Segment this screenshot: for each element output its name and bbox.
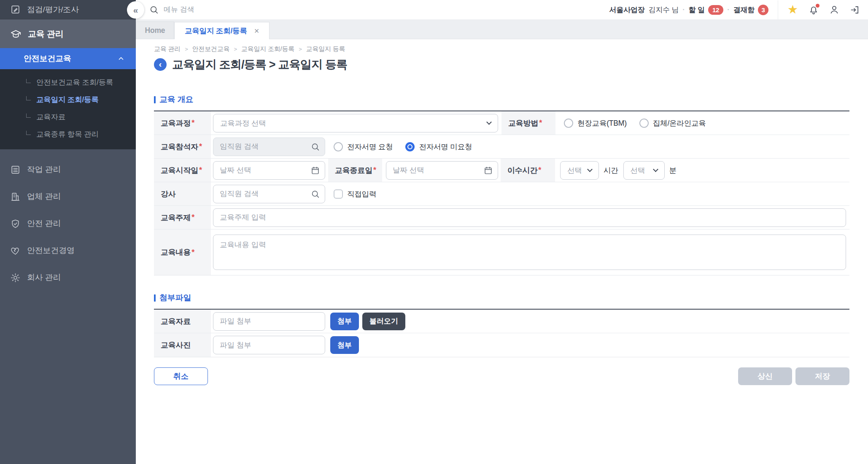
content-textarea[interactable]	[213, 235, 846, 270]
tree-corner-icon	[26, 79, 31, 83]
heart-handshake-icon	[10, 245, 21, 256]
back-button[interactable]: ‹	[154, 58, 167, 71]
sidebar: 점검/평가/조사 교육 관리 안전보건교육 안전보건교육 조회/등록 교육일지 …	[0, 0, 136, 464]
logout-icon[interactable]	[850, 5, 860, 15]
section-header-attachments: 첨부파일	[154, 292, 849, 303]
select-placeholder: 선택	[567, 165, 582, 175]
overview-form: 교육과정* 교육과정 선택 교육방법* 현장교육(TBM)	[154, 111, 849, 275]
sidebar-subitem-label: 교육자료	[36, 112, 65, 122]
required-mark: *	[539, 119, 542, 127]
save-button[interactable]: 저장	[795, 367, 849, 385]
tab-edu-journal[interactable]: 교육일지 조회/등록 ×	[174, 22, 270, 39]
radio-group-online-training[interactable]: 집체/온라인교육	[639, 118, 706, 128]
tab-bar: Home 교육일지 조회/등록 ×	[136, 19, 868, 39]
radio-field-training-tbm[interactable]: 현장교육(TBM)	[564, 118, 627, 128]
attendee-search-input[interactable]	[213, 138, 325, 156]
radio-esign-request[interactable]: 전자서명 요청	[334, 142, 393, 152]
sidebar-item-label: 교육 관리	[28, 28, 64, 40]
chevron-up-icon	[117, 55, 125, 62]
sidebar-subitem-label: 교육일지 조회/등록	[36, 94, 99, 105]
sidebar-item-vendor[interactable]: 업체 관리	[0, 183, 136, 210]
back-icon: ‹	[159, 59, 162, 69]
notification-bell-icon[interactable]	[809, 5, 819, 15]
breadcrumb-item[interactable]: 안전보건교육	[192, 45, 230, 53]
cancel-button[interactable]: 취소	[154, 367, 208, 385]
calendar-icon[interactable]	[311, 166, 320, 175]
sidebar-item-label: 회사 관리	[27, 272, 61, 283]
attendee-search	[213, 138, 325, 156]
menu-search-input[interactable]	[164, 5, 341, 14]
approval-count-badge[interactable]: 3	[758, 5, 768, 15]
page-title: 교육일지 조회/등록 > 교육일지 등록	[172, 57, 347, 72]
form-row-material: 교육자료 첨부 불러오기	[154, 310, 849, 333]
end-date-field	[386, 161, 498, 180]
photo-attach-button[interactable]: 첨부	[330, 336, 359, 354]
tab-home[interactable]: Home	[136, 22, 174, 39]
sidebar-item-inspection[interactable]: 점검/평가/조사	[0, 0, 136, 19]
select-placeholder: 선택	[631, 165, 645, 175]
hour-unit-label: 시간	[604, 165, 618, 175]
section-header-overview: 교육 개요	[154, 94, 849, 105]
tab-label: 교육일지 조회/등록	[185, 26, 247, 36]
required-mark: *	[199, 142, 202, 151]
sidebar-group-label: 안전보건교육	[24, 53, 71, 64]
tree-corner-icon	[26, 131, 31, 135]
minute-unit-label: 분	[669, 165, 677, 175]
search-icon[interactable]	[311, 189, 320, 198]
breadcrumb-item[interactable]: 교육 관리	[154, 45, 181, 53]
duration-hour-select[interactable]: 선택	[560, 161, 599, 180]
photo-file-field	[213, 336, 325, 354]
course-select[interactable]: 교육과정 선택	[213, 114, 498, 132]
sidebar-item-safety-management[interactable]: 안전보건경영	[0, 237, 136, 264]
direct-input-checkbox[interactable]: 직접입력	[334, 189, 376, 199]
topic-input[interactable]	[213, 208, 846, 227]
attendee-label: 교육참석자*	[154, 135, 211, 158]
sidebar-subitem-label: 안전보건교육 조회/등록	[36, 77, 113, 87]
notification-dot	[816, 4, 819, 8]
sidebar-item-safety[interactable]: 안전 관리	[0, 210, 136, 237]
approval-label[interactable]: 결재함	[733, 5, 755, 15]
checkbox-icon	[334, 189, 343, 199]
breadcrumb-item[interactable]: 교육일지 등록	[306, 45, 345, 53]
profile-icon[interactable]	[829, 5, 839, 15]
breadcrumb-separator: >	[185, 46, 188, 52]
start-date-input[interactable]	[213, 161, 325, 180]
search-icon[interactable]	[311, 142, 320, 151]
required-mark: *	[373, 166, 376, 175]
sidebar-item-education[interactable]: 교육 관리	[0, 19, 136, 48]
main-area: « 서울사업장 김지수 님 · 할 일 12 · 결재함 3 ★	[136, 0, 868, 385]
chevron-down-icon	[587, 167, 593, 172]
calendar-icon[interactable]	[484, 166, 493, 175]
favorites-star-icon[interactable]: ★	[787, 4, 798, 16]
end-date-input[interactable]	[386, 161, 498, 180]
menu-search	[149, 5, 609, 14]
topbar: « 서울사업장 김지수 님 · 할 일 12 · 결재함 3 ★	[136, 0, 868, 19]
duration-minute-select[interactable]: 선택	[623, 161, 665, 180]
sidebar-item-safety-edu-list[interactable]: 안전보건교육 조회/등록	[0, 73, 136, 91]
task-list-icon	[10, 165, 21, 175]
radio-esign-not-request[interactable]: 전자서명 미요청	[405, 142, 472, 152]
sidebar-item-company[interactable]: 회사 관리	[0, 264, 136, 291]
topbar-right: 서울사업장 김지수 님 · 할 일 12 · 결재함 3 ★	[609, 0, 860, 19]
todo-count-badge[interactable]: 12	[708, 5, 723, 15]
chevron-down-icon	[486, 119, 492, 125]
instructor-search-input[interactable]	[213, 185, 325, 203]
material-file-input[interactable]	[213, 312, 325, 331]
material-attach-button[interactable]: 첨부	[330, 313, 359, 330]
sidebar-item-edu-materials[interactable]: 교육자료	[0, 108, 136, 125]
tab-close-icon[interactable]: ×	[254, 26, 259, 36]
sidebar-item-edu-type-manage[interactable]: 교육종류 항목 관리	[0, 125, 136, 143]
sidebar-item-work[interactable]: 작업 관리	[0, 156, 136, 183]
radio-icon	[334, 142, 343, 151]
section-bar	[154, 294, 156, 302]
submit-button[interactable]: 상신	[738, 367, 792, 385]
todo-label[interactable]: 할 일	[689, 5, 705, 15]
sidebar-item-safety-health-education[interactable]: 안전보건교육	[0, 48, 136, 69]
material-load-button[interactable]: 불러오기	[362, 313, 405, 330]
breadcrumb-item[interactable]: 교육일지 조회/등록	[241, 45, 294, 53]
sidebar-collapse-button[interactable]: «	[127, 1, 144, 19]
bottom-actions: 취소 상신 저장	[154, 367, 849, 385]
end-date-label: 교육종료일*	[328, 159, 382, 182]
photo-file-input[interactable]	[213, 336, 325, 354]
sidebar-item-edu-journal[interactable]: 교육일지 조회/등록	[0, 91, 136, 108]
